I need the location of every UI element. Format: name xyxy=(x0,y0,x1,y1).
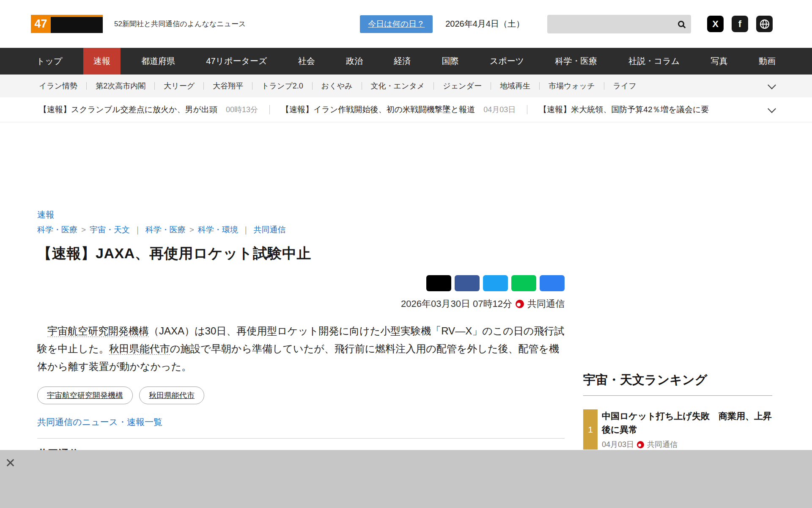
ranking-item-title: 中国ロケット打ち上げ失敗 商業用、上昇後に異常 xyxy=(602,409,772,436)
ranking-item-meta: 04月03日 共同通信 xyxy=(602,439,772,450)
body-link-jaxa[interactable]: 宇宙航空研究開発機構 xyxy=(47,325,149,337)
breadcrumb: 科学・医療 > 宇宙・天文 ｜ 科学・医療 > 科学・環境 ｜ 共同通信 xyxy=(37,224,565,235)
header-date: 2026年4月4日（土） xyxy=(445,18,524,30)
article-body: 宇宙航空研究開発機構（JAXA）は30日、再使用型ロケット開発に向けた小型実験機… xyxy=(37,322,565,375)
breadcrumb-link[interactable]: 共同通信 xyxy=(253,224,285,235)
divider xyxy=(37,438,565,439)
ticker-title: 【速報】米大統領、国防予算42％増を議会に要 xyxy=(539,104,709,115)
ad-overlay xyxy=(0,450,812,508)
chevron-down-icon xyxy=(768,105,776,113)
subnav-item-takaichi-cabinet[interactable]: 第2次高市内閣 xyxy=(87,81,154,91)
rank-number-badge: 1 xyxy=(583,409,598,450)
nav-item-47reporters[interactable]: 47リポーターズ xyxy=(196,48,277,75)
ticker-expand-button[interactable] xyxy=(765,105,778,115)
subnav-item-gender[interactable]: ジェンダー xyxy=(434,81,491,91)
subnav-item-culture-entertainment[interactable]: 文化・エンタメ xyxy=(362,81,434,91)
breadcrumb-separator: ｜ xyxy=(242,224,250,235)
topic-nav: イラン情勢 第2次高市内閣 大リーグ 大谷翔平 トランプ2.0 おくやみ 文化・… xyxy=(0,75,812,97)
facebook-icon[interactable]: f xyxy=(732,16,748,32)
body-link-noshiro[interactable]: 秋田県能代市 xyxy=(109,343,170,355)
logo-47news[interactable]: 47 xyxy=(31,15,103,33)
ranking-item-body: 中国ロケット打ち上げ失敗 商業用、上昇後に異常 04月03日 共同通信 xyxy=(602,409,772,450)
ticker-item[interactable]: 【速報】米大統領、国防予算42％増を議会に要 xyxy=(539,104,760,115)
ticker-item[interactable]: 【速報】イラン作戦開始後、初の米戦闘機撃墜と報道 04月03日 xyxy=(281,104,516,115)
nav-item-photo[interactable]: 写真 xyxy=(701,48,738,75)
nav-item-video[interactable]: 動画 xyxy=(749,48,786,75)
ranking-sidebar: 宇宙・天文ランキング 1 中国ロケット打ち上げ失敗 商業用、上昇後に異常 04月… xyxy=(583,372,772,450)
body-text xyxy=(37,325,47,337)
subnav-item-regional-revitalization[interactable]: 地域再生 xyxy=(491,81,539,91)
article-source: 共同通信 xyxy=(527,298,565,310)
breaking-news-ticker: 【速報】スクランブル交差点に放火か、男が出頭 00時13分 【速報】イラン作戦開… xyxy=(0,97,812,122)
breadcrumb-link[interactable]: 科学・医療 xyxy=(145,224,186,235)
ticker-item[interactable]: 【速報】スクランブル交差点に放火か、男が出頭 00時13分 xyxy=(39,104,258,115)
chevron-down-icon xyxy=(768,81,776,89)
page: 47 52新聞社と共同通信のよんななニュース 今日は何の日？ 2026年4月4日… xyxy=(0,0,812,508)
subnav-item-iran[interactable]: イラン情勢 xyxy=(39,81,86,91)
subnav-expand-button[interactable] xyxy=(765,81,778,91)
logo-news-plate xyxy=(51,15,103,33)
subnav-item-ohtani[interactable]: 大谷翔平 xyxy=(204,81,252,91)
kyodo-news-list-link[interactable]: 共同通信のニュース・速報一覧 xyxy=(37,416,162,428)
ticker-title: 【速報】スクランブル交差点に放火か、男が出頭 xyxy=(39,104,217,115)
share-line-button[interactable] xyxy=(511,275,536,291)
kyodo-news-icon xyxy=(637,441,644,448)
social-links: X f xyxy=(707,16,773,32)
ticker-time: 00時13分 xyxy=(226,105,258,115)
separator xyxy=(527,105,527,114)
globe-link[interactable] xyxy=(756,16,773,32)
x-twitter-icon[interactable]: X xyxy=(707,16,724,32)
subnav-item-market-watch[interactable]: 市場ウォッチ xyxy=(540,81,604,91)
article-column: 速報 科学・医療 > 宇宙・天文 ｜ 科学・医療 > 科学・環境 ｜ 共同通信 … xyxy=(37,122,565,461)
facebook-glyph: f xyxy=(738,19,741,30)
main-nav: トップ 速報 都道府県 47リポーターズ 社会 政治 経済 国際 スポーツ 科学… xyxy=(0,48,812,75)
share-twitter-button[interactable] xyxy=(483,275,508,291)
subnav-item-life[interactable]: ライフ xyxy=(604,81,645,91)
nav-item-international[interactable]: 国際 xyxy=(432,48,469,75)
article-title: 【速報】JAXA、再使用ロケット試験中止 xyxy=(37,244,565,263)
x-glyph: X xyxy=(712,19,719,30)
tag-jaxa[interactable]: 宇宙航空研究開発機構 xyxy=(37,387,133,404)
nav-item-sokuho[interactable]: 速報 xyxy=(83,48,121,75)
subnav-item-mlb[interactable]: 大リーグ xyxy=(155,81,203,91)
subnav-item-obituaries[interactable]: おくやみ xyxy=(313,81,362,91)
nav-item-society[interactable]: 社会 xyxy=(288,48,325,75)
nav-item-prefectures[interactable]: 都道府県 xyxy=(131,48,185,75)
share-facebook-button[interactable] xyxy=(455,275,480,291)
search-button[interactable] xyxy=(676,19,686,29)
search-icon xyxy=(678,21,684,27)
breadcrumb-link[interactable]: 宇宙・天文 xyxy=(90,224,130,235)
share-messenger-button[interactable] xyxy=(540,275,565,291)
article-meta: 2026年03月30日 07時12分 共同通信 xyxy=(37,298,565,310)
site-header: 47 52新聞社と共同通信のよんななニュース 今日は何の日？ 2026年4月4日… xyxy=(0,0,812,48)
publish-date: 2026年03月30日 07時12分 xyxy=(401,298,512,310)
close-icon[interactable] xyxy=(5,458,15,468)
subnav-item-trump[interactable]: トランプ2.0 xyxy=(252,81,312,91)
breadcrumb-link[interactable]: 科学・医療 xyxy=(37,224,77,235)
share-buttons xyxy=(37,275,565,291)
ranking-item-1[interactable]: 1 中国ロケット打ち上げ失敗 商業用、上昇後に異常 04月03日 共同通信 xyxy=(583,409,772,450)
nav-item-top[interactable]: トップ xyxy=(26,48,72,75)
nav-item-science-medical[interactable]: 科学・医療 xyxy=(545,48,608,75)
ticker-title: 【速報】イラン作戦開始後、初の米戦闘機撃墜と報道 xyxy=(281,104,475,115)
search-input[interactable] xyxy=(552,19,676,29)
ticker-time: 04月03日 xyxy=(483,105,516,115)
nav-item-sports[interactable]: スポーツ xyxy=(480,48,534,75)
separator xyxy=(269,105,270,114)
breadcrumb-separator: > xyxy=(81,225,86,235)
globe-icon xyxy=(760,19,769,29)
tag-noshiro[interactable]: 秋田県能代市 xyxy=(139,387,204,404)
site-tagline: 52新聞社と共同通信のよんななニュース xyxy=(114,19,246,29)
share-x-button[interactable] xyxy=(426,275,451,291)
ranking-item-source: 共同通信 xyxy=(647,439,678,450)
nav-item-editorial-column[interactable]: 社説・コラム xyxy=(618,48,690,75)
nav-item-politics[interactable]: 政治 xyxy=(336,48,373,75)
article-tags: 宇宙航空研究開発機構 秋田県能代市 xyxy=(37,387,565,404)
nav-item-economy[interactable]: 経済 xyxy=(384,48,421,75)
breadcrumb-link[interactable]: 科学・環境 xyxy=(198,224,238,235)
kyodo-news-icon xyxy=(516,300,524,308)
breadcrumb-separator: ｜ xyxy=(134,224,142,235)
search-box xyxy=(547,15,691,33)
today-what-day-button[interactable]: 今日は何の日？ xyxy=(360,15,433,33)
section-link-sokuho[interactable]: 速報 xyxy=(37,209,54,221)
